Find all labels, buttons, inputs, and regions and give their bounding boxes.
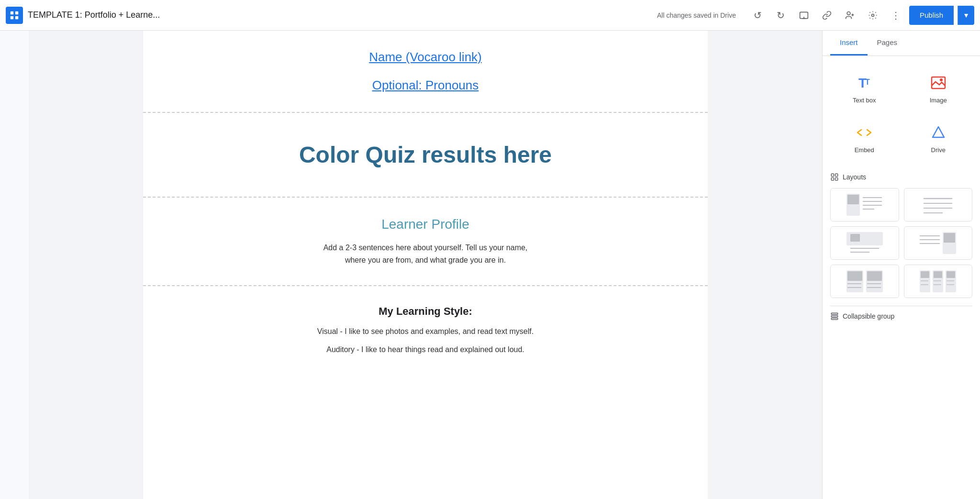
collapsible-label: Collapsible group (843, 312, 894, 320)
layouts-header: Layouts (830, 173, 972, 181)
link-button[interactable] (817, 6, 836, 25)
collapsible-group-row[interactable]: Collapsible group (830, 306, 972, 326)
right-panel: Insert Pages T T Text box (822, 31, 980, 499)
save-status: All changes saved in Drive (657, 11, 736, 19)
page-container: Name (Vocaroo link) Optional: Pronouns C… (143, 31, 708, 499)
undo-button[interactable]: ↺ (748, 6, 768, 25)
publish-dropdown-button[interactable]: ▼ (958, 6, 974, 25)
profile-section: Learner Profile Add a 2-3 sentences here… (143, 198, 708, 286)
header: TEMPLATE 1: Portfolio + Learne... All ch… (0, 0, 980, 31)
insert-grid: T T Text box Image (830, 67, 972, 161)
pronouns-link[interactable]: Optional: Pronouns (372, 78, 479, 93)
svg-rect-35 (944, 233, 955, 243)
svg-rect-59 (831, 313, 838, 314)
layout-card-6[interactable] (904, 265, 973, 298)
layouts-grid (830, 188, 972, 298)
redo-button[interactable]: ↻ (771, 6, 791, 25)
text-box-icon: T T (857, 75, 872, 93)
layout-card-5[interactable] (830, 265, 899, 298)
svg-rect-21 (847, 195, 859, 204)
collapsible-icon (830, 312, 839, 321)
app-logo (6, 7, 23, 24)
svg-marker-15 (933, 127, 944, 137)
insert-drive[interactable]: Drive (904, 117, 973, 161)
right-panel-tabs: Insert Pages (823, 31, 980, 56)
layout-card-3[interactable] (830, 226, 899, 260)
svg-rect-31 (850, 234, 860, 242)
svg-rect-16 (831, 174, 834, 176)
settings-button[interactable] (863, 6, 882, 25)
embed-icon (857, 125, 872, 143)
tab-insert[interactable]: Insert (830, 31, 868, 55)
drive-icon (931, 125, 946, 143)
quiz-section: Color Quiz results here (143, 113, 708, 198)
svg-rect-60 (831, 316, 838, 317)
insert-text-box[interactable]: T T Text box (830, 67, 899, 111)
insert-embed[interactable]: Embed (830, 117, 899, 161)
publish-button[interactable]: Publish (909, 6, 954, 25)
svg-rect-3 (15, 16, 18, 19)
image-icon (931, 75, 946, 93)
svg-rect-56 (947, 271, 955, 278)
learning-style-visual: Visual - I like to see photos and exampl… (317, 327, 534, 336)
svg-rect-52 (934, 271, 942, 278)
layouts-icon (830, 173, 839, 181)
name-pronouns-section: Name (Vocaroo link) Optional: Pronouns (143, 31, 708, 113)
svg-rect-44 (867, 271, 882, 281)
text-box-label: Text box (853, 97, 876, 104)
add-person-button[interactable] (840, 6, 859, 25)
left-gutter (0, 31, 29, 499)
svg-rect-61 (831, 318, 838, 320)
toolbar-icons: ↺ ↻ (748, 6, 974, 25)
svg-point-10 (871, 14, 874, 16)
tab-pages[interactable]: Pages (868, 31, 907, 55)
learning-style-title: My Learning Style: (379, 305, 472, 318)
svg-rect-1 (15, 11, 18, 14)
right-panel-content: T T Text box Image (823, 56, 980, 499)
learning-style-section: My Learning Style: Visual - I like to se… (143, 286, 708, 373)
learning-style-auditory: Auditory - I like to hear things read an… (326, 345, 524, 354)
svg-rect-2 (11, 16, 13, 19)
layout-card-2[interactable] (904, 188, 973, 222)
svg-text:T: T (865, 78, 870, 86)
svg-rect-19 (835, 178, 838, 180)
drive-label: Drive (931, 146, 946, 154)
svg-rect-18 (831, 178, 834, 180)
layout-card-4[interactable] (904, 226, 973, 260)
name-vocaroo-link[interactable]: Name (Vocaroo link) (369, 50, 482, 65)
svg-point-7 (847, 11, 850, 15)
image-label: Image (930, 97, 947, 104)
main-layout: Name (Vocaroo link) Optional: Pronouns C… (0, 31, 980, 499)
svg-rect-40 (847, 271, 862, 281)
insert-image[interactable]: Image (904, 67, 973, 111)
quiz-title: Color Quiz results here (299, 142, 552, 168)
profile-title: Learner Profile (381, 217, 469, 232)
svg-rect-17 (835, 174, 838, 176)
profile-body: Add a 2-3 sentences here about yourself.… (323, 242, 528, 266)
document-title: TEMPLATE 1: Portfolio + Learne... (28, 10, 160, 20)
svg-rect-0 (11, 11, 13, 14)
more-options-button[interactable]: ⋮ (886, 6, 905, 25)
canvas-area[interactable]: Name (Vocaroo link) Optional: Pronouns C… (29, 31, 822, 499)
svg-rect-13 (932, 77, 945, 89)
embed-label: Embed (855, 146, 874, 154)
svg-rect-48 (921, 271, 929, 278)
preview-button[interactable] (794, 6, 813, 25)
svg-point-14 (940, 78, 943, 81)
layouts-title: Layouts (843, 173, 866, 181)
layout-card-1[interactable] (830, 188, 899, 222)
